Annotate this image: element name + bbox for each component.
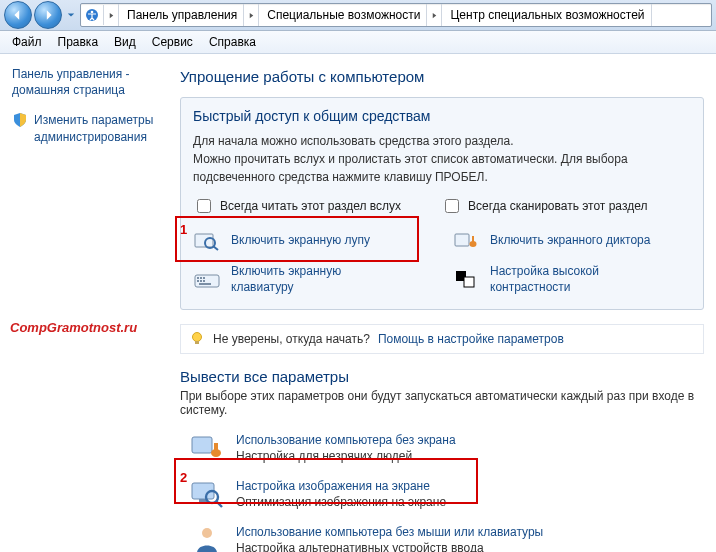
page-title: Упрощение работы с компьютером [180, 68, 704, 85]
setting-display-title: Настройка изображения на экране [236, 479, 446, 493]
chevron-right-icon[interactable] [104, 4, 119, 26]
sidebar-link-admin-label: Изменить параметры администрирования [34, 112, 162, 144]
tool-magnifier-label: Включить экранную лупу [231, 233, 370, 249]
magnifier-icon [193, 230, 221, 252]
narrator-large-icon [190, 433, 224, 463]
setting-no-mouse-keyboard[interactable]: Использование компьютера без мыши или кл… [180, 519, 704, 552]
help-link[interactable]: Помощь в настройке параметров [378, 332, 564, 346]
address-bar: Панель управления Специальные возможност… [0, 0, 716, 31]
chk-scan[interactable]: Всегда сканировать этот раздел [441, 196, 647, 216]
menu-tools[interactable]: Сервис [144, 33, 201, 51]
chk-read-aloud-box[interactable] [197, 199, 211, 213]
setting-display[interactable]: Настройка изображения на экране Оптимиза… [180, 473, 704, 519]
monitor-magnifier-icon [190, 479, 224, 509]
help-question: Не уверены, откуда начать? [213, 332, 370, 346]
svg-point-1 [91, 11, 94, 14]
all-settings-desc: При выборе этих параметров они будут зап… [180, 389, 704, 417]
svg-rect-12 [197, 280, 199, 282]
setting-no-mouse-keyboard-title: Использование компьютера без мыши или кл… [236, 525, 543, 539]
sidebar-link-home[interactable]: Панель управления - домашняя страница [12, 66, 162, 98]
annotation-number-1: 1 [180, 222, 187, 237]
menu-help[interactable]: Справка [201, 33, 264, 51]
ease-of-access-icon [81, 5, 104, 25]
svg-rect-2 [195, 234, 213, 247]
svg-rect-14 [203, 280, 205, 282]
quick-access-panel: Быстрый доступ к общим средствам Для нач… [180, 97, 704, 310]
svg-rect-5 [455, 234, 469, 246]
lightbulb-icon [189, 331, 205, 347]
setting-display-sub: Оптимизация изображения на экране [236, 495, 446, 509]
shield-icon [12, 112, 28, 128]
tool-magnifier[interactable]: Включить экранную лупу [193, 230, 432, 252]
svg-rect-17 [464, 277, 474, 287]
tool-narrator-label: Включить экранного диктора [490, 233, 650, 249]
svg-rect-15 [199, 283, 211, 285]
chevron-right-icon[interactable] [244, 4, 259, 26]
tool-narrator[interactable]: Включить экранного диктора [452, 230, 691, 252]
menu-edit[interactable]: Правка [50, 33, 107, 51]
chk-scan-box[interactable] [445, 199, 459, 213]
svg-line-4 [213, 246, 218, 250]
help-row: Не уверены, откуда начать? Помощь в наст… [180, 324, 704, 354]
narrator-icon [452, 230, 480, 252]
forward-button[interactable] [34, 1, 62, 29]
setting-no-display-title: Использование компьютера без экрана [236, 433, 456, 447]
chk-read-aloud[interactable]: Всегда читать этот раздел вслух [193, 196, 401, 216]
menu-file[interactable]: Файл [4, 33, 50, 51]
watermark: CompGramotnost.ru [10, 320, 137, 335]
quick-desc-2: Можно прочитать вслух и пролистать этот … [193, 150, 691, 186]
svg-point-27 [202, 528, 212, 538]
tool-contrast[interactable]: Настройка высокой контрастности [452, 264, 691, 295]
chk-read-aloud-label: Всегда читать этот раздел вслух [220, 199, 401, 213]
svg-rect-9 [197, 277, 199, 279]
breadcrumb-bar[interactable]: Панель управления Специальные возможност… [80, 3, 712, 27]
svg-rect-7 [472, 236, 474, 242]
main-content: Упрощение работы с компьютером Быстрый д… [170, 54, 716, 552]
contrast-icon [452, 269, 480, 291]
sidebar-link-admin[interactable]: Изменить параметры администрирования [12, 112, 162, 144]
nav-history-dropdown[interactable] [64, 4, 78, 26]
chevron-right-icon[interactable] [427, 4, 442, 26]
setting-no-display[interactable]: Использование компьютера без экрана Наст… [180, 427, 704, 473]
svg-point-18 [193, 333, 202, 342]
menu-view[interactable]: Вид [106, 33, 144, 51]
quick-title: Быстрый доступ к общим средствам [193, 108, 691, 124]
svg-rect-13 [200, 280, 202, 282]
annotation-number-2: 2 [180, 470, 187, 485]
chk-scan-label: Всегда сканировать этот раздел [468, 199, 647, 213]
menu-bar: Файл Правка Вид Сервис Справка [0, 31, 716, 54]
svg-rect-10 [200, 277, 202, 279]
setting-no-mouse-keyboard-sub: Настройка альтернативных устройств ввода [236, 541, 543, 552]
all-settings-title: Вывести все параметры [180, 368, 704, 385]
keyboard-icon [193, 269, 221, 291]
svg-rect-11 [203, 277, 205, 279]
tool-osk-label: Включить экранную клавиатуру [231, 264, 401, 295]
tool-osk[interactable]: Включить экранную клавиатуру [193, 264, 432, 295]
setting-no-display-sub: Настройка для незрячих людей [236, 449, 456, 463]
breadcrumb-item[interactable]: Специальные возможности [259, 4, 427, 26]
quick-desc-1: Для начала можно использовать средства э… [193, 132, 691, 150]
svg-line-26 [216, 501, 222, 507]
back-button[interactable] [4, 1, 32, 29]
person-icon [190, 525, 224, 552]
tool-contrast-label: Настройка высокой контрастности [490, 264, 660, 295]
svg-rect-19 [195, 341, 199, 344]
breadcrumb-item[interactable]: Панель управления [119, 4, 244, 26]
svg-rect-20 [192, 437, 212, 453]
svg-rect-22 [214, 443, 218, 451]
breadcrumb-item[interactable]: Центр специальных возможностей [442, 4, 651, 26]
sidebar: Панель управления - домашняя страница Из… [0, 54, 170, 552]
